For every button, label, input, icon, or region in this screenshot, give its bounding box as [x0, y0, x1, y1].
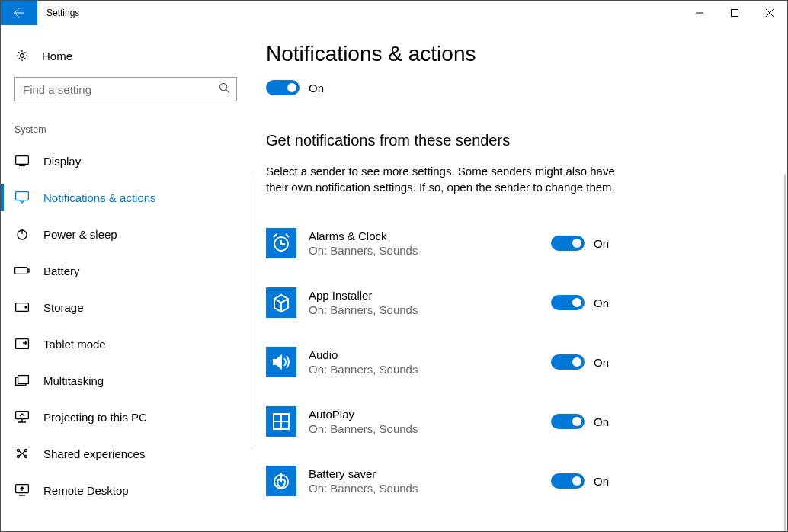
- nav-item-remote[interactable]: Remote Desktop: [1, 472, 245, 508]
- sender-status: On: Banners, Sounds: [309, 303, 551, 316]
- content-divider: [255, 172, 255, 450]
- nav-item-notifications[interactable]: Notifications & actions: [1, 179, 245, 216]
- svg-rect-7: [27, 269, 29, 272]
- content-area: Notifications & actions On Get notificat…: [245, 25, 787, 531]
- sender-row-audio[interactable]: Audio On: Banners, Sounds On: [266, 332, 617, 392]
- titlebar: Settings: [1, 1, 787, 25]
- master-toggle-label: On: [309, 82, 324, 95]
- sender-toggle-label: On: [594, 415, 609, 428]
- search-icon: [219, 82, 230, 97]
- sender-name: AutoPlay: [309, 408, 551, 421]
- nav-item-label: Storage: [43, 301, 84, 314]
- sender-name: Audio: [309, 348, 551, 361]
- nav-item-label: Display: [43, 155, 81, 168]
- nav-item-label: Shared experiences: [43, 447, 145, 460]
- sender-toggle-label: On: [594, 356, 609, 369]
- notifications-icon: [14, 191, 30, 204]
- sender-row-alarms[interactable]: Alarms & Clock On: Banners, Sounds On: [266, 213, 617, 273]
- close-icon: [766, 9, 774, 17]
- power-icon: [14, 228, 30, 240]
- nav-item-label: Tablet mode: [43, 338, 106, 351]
- gear-icon: [14, 49, 30, 62]
- svg-rect-11: [18, 376, 29, 384]
- tablet-icon: [14, 338, 30, 349]
- sender-name: Battery saver: [309, 467, 551, 480]
- window-controls: [682, 1, 787, 25]
- nav-item-label: Notifications & actions: [43, 191, 156, 204]
- sidebar: Home System Display: [1, 25, 245, 531]
- search-input-container[interactable]: [14, 77, 237, 101]
- nav-item-storage[interactable]: Storage: [1, 289, 245, 325]
- audio-icon: [266, 347, 296, 377]
- nav-item-power[interactable]: Power & sleep: [1, 216, 245, 252]
- nav-item-label: Remote Desktop: [43, 484, 129, 497]
- scrollbar[interactable]: [784, 175, 786, 531]
- svg-point-9: [25, 306, 27, 308]
- nav-item-shared[interactable]: Shared experiences: [1, 435, 245, 472]
- senders-list: Alarms & Clock On: Banners, Sounds On Ap…: [266, 213, 787, 511]
- sender-status: On: Banners, Sounds: [309, 422, 551, 435]
- sender-row-app-installer[interactable]: App Installer On: Banners, Sounds On: [266, 273, 617, 332]
- section-title: Get notifications from these senders: [266, 132, 787, 149]
- back-button[interactable]: [1, 1, 37, 25]
- app-installer-icon: [266, 287, 296, 318]
- nav-item-display[interactable]: Display: [1, 143, 245, 179]
- sender-toggle[interactable]: [551, 236, 585, 251]
- svg-rect-12: [16, 412, 29, 419]
- sender-toggle[interactable]: [551, 473, 585, 489]
- nav-list: Display Notifications & actions Power & …: [1, 143, 245, 508]
- battery-saver-icon: [266, 466, 296, 496]
- category-label: System: [14, 124, 245, 135]
- sender-toggle[interactable]: [551, 354, 585, 370]
- section-desc: Select a sender to see more settings. So…: [266, 163, 617, 195]
- svg-rect-0: [732, 10, 738, 17]
- sender-toggle[interactable]: [551, 295, 585, 310]
- sender-row-battery-saver[interactable]: Battery saver On: Banners, Sounds On: [266, 451, 617, 511]
- battery-icon: [14, 266, 30, 275]
- nav-item-multitasking[interactable]: Multitasking: [1, 362, 245, 399]
- nav-item-battery[interactable]: Battery: [1, 252, 245, 289]
- shared-icon: [14, 447, 30, 460]
- nav-item-tablet[interactable]: Tablet mode: [1, 325, 245, 362]
- storage-icon: [14, 303, 30, 312]
- home-label: Home: [42, 50, 72, 62]
- sender-name: App Installer: [309, 289, 551, 302]
- nav-item-projecting[interactable]: Projecting to this PC: [1, 399, 245, 435]
- maximize-icon: [731, 9, 738, 17]
- alarms-clock-icon: [266, 228, 296, 258]
- sender-status: On: Banners, Sounds: [309, 482, 551, 495]
- nav-item-label: Multitasking: [43, 374, 104, 387]
- page-title: Notifications & actions: [266, 42, 787, 66]
- sender-toggle[interactable]: [551, 414, 585, 429]
- projecting-icon: [14, 411, 30, 423]
- close-button[interactable]: [752, 1, 787, 25]
- autoplay-icon: [266, 406, 296, 437]
- svg-rect-6: [15, 268, 27, 274]
- sender-toggle-label: On: [594, 296, 609, 309]
- remote-desktop-icon: [14, 484, 30, 496]
- sender-status: On: Banners, Sounds: [309, 244, 551, 257]
- sender-row-autoplay[interactable]: AutoPlay On: Banners, Sounds On: [266, 392, 617, 451]
- arrow-left-icon: [13, 7, 25, 19]
- master-toggle[interactable]: [266, 80, 300, 95]
- display-icon: [14, 155, 30, 166]
- minimize-icon: [696, 9, 703, 17]
- maximize-button[interactable]: [717, 1, 752, 25]
- svg-rect-3: [16, 156, 29, 165]
- svg-point-1: [21, 54, 24, 58]
- svg-rect-4: [16, 192, 29, 200]
- nav-item-label: Projecting to this PC: [43, 411, 147, 424]
- sender-toggle-label: On: [594, 475, 609, 488]
- minimize-button[interactable]: [682, 1, 717, 25]
- sender-name: Alarms & Clock: [309, 229, 551, 242]
- home-button[interactable]: Home: [14, 39, 245, 72]
- nav-item-label: Battery: [43, 264, 80, 277]
- window-title: Settings: [37, 1, 88, 25]
- sender-toggle-label: On: [594, 237, 609, 250]
- sender-status: On: Banners, Sounds: [309, 363, 551, 376]
- nav-item-label: Power & sleep: [43, 228, 117, 241]
- svg-point-2: [219, 83, 226, 90]
- master-toggle-row: On: [266, 80, 787, 95]
- search-input[interactable]: [21, 82, 204, 97]
- multitasking-icon: [14, 375, 30, 386]
